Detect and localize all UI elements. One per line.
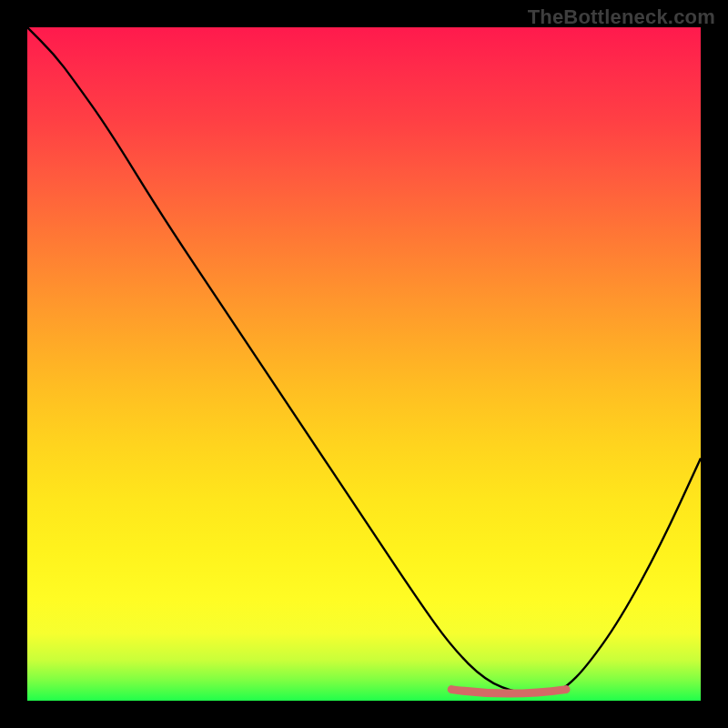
bottleneck-curve [27, 27, 701, 694]
plot-area [27, 27, 701, 701]
chart-frame: TheBottleneck.com [0, 0, 728, 728]
watermark-text: TheBottleneck.com [528, 5, 715, 29]
curve-layer [27, 27, 701, 701]
flat-minimum-highlight [451, 690, 566, 694]
